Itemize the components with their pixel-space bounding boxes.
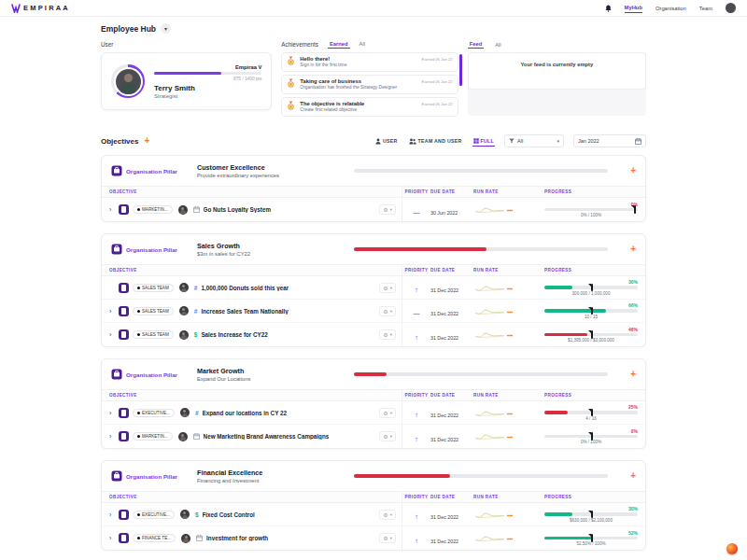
expand-chevron-icon[interactable]: › xyxy=(109,410,115,416)
tab-feed-all[interactable]: All xyxy=(493,41,502,49)
progress-slider[interactable] xyxy=(544,333,638,337)
objective-title[interactable]: Fixed Cost Control xyxy=(203,511,255,518)
due-date: 30 Jun 2022 xyxy=(430,210,458,216)
row-settings-button[interactable]: ⚙▾ xyxy=(379,408,396,418)
team-tag[interactable]: MARKETIN... xyxy=(133,205,173,214)
progress-slider[interactable] xyxy=(544,537,638,540)
view-toggle-full[interactable]: FULL xyxy=(472,136,495,147)
pillar-badge[interactable]: Organisation Pillar xyxy=(111,244,190,255)
add-objective-to-pillar-button[interactable]: + xyxy=(630,167,636,175)
objective-title[interactable]: 1,000,000 Donuts sold this year xyxy=(201,285,289,291)
user-role: Strategist xyxy=(154,93,261,99)
progress-slider[interactable] xyxy=(544,512,638,516)
progress-slider[interactable] xyxy=(544,309,638,313)
team-tag[interactable]: EXECUTIVE... xyxy=(133,511,175,519)
user-avatar[interactable] xyxy=(116,69,141,94)
progress-marker-handle[interactable] xyxy=(591,409,593,417)
objective-title[interactable]: Investment for growth xyxy=(206,535,268,541)
row-settings-button[interactable]: ⚙▾ xyxy=(379,431,396,441)
objective-title[interactable]: Sales Increase for CY22 xyxy=(201,331,267,338)
expand-chevron-icon[interactable]: › xyxy=(109,308,115,315)
owner-avatar[interactable] xyxy=(180,510,190,519)
tab-feed[interactable]: Feed xyxy=(468,40,485,49)
expand-chevron-icon[interactable]: › xyxy=(109,206,115,213)
calendar-icon xyxy=(196,535,203,541)
achievements-tab-earned[interactable]: Earned xyxy=(328,40,350,49)
team-tag[interactable]: SALES TEAM xyxy=(133,307,174,315)
expand-chevron-icon[interactable]: › xyxy=(109,433,115,440)
tag-dot xyxy=(137,537,140,539)
progress-slider[interactable] xyxy=(544,411,638,414)
progress-marker-handle[interactable] xyxy=(591,330,593,339)
filter-dropdown[interactable]: All ▾ xyxy=(504,134,564,147)
team-tag[interactable]: SALES TEAM xyxy=(133,284,174,292)
progress-marker-handle[interactable] xyxy=(591,534,593,542)
achievements-tab-all[interactable]: All xyxy=(358,40,367,49)
objective-title[interactable]: New Marketing Brand Awareness Campaigns xyxy=(204,433,330,440)
add-objective-to-pillar-button[interactable]: + xyxy=(630,371,636,378)
progress-slider[interactable] xyxy=(544,286,638,289)
nav-organisation[interactable]: Organisation xyxy=(655,4,686,13)
topbar-avatar[interactable] xyxy=(726,3,736,13)
expand-chevron-icon[interactable]: › xyxy=(109,535,115,541)
chevron-down-icon[interactable]: ▾ xyxy=(161,23,171,34)
expand-chevron-icon[interactable]: › xyxy=(109,331,115,338)
pillar-card: Organisation Pillar Customer Excellence … xyxy=(101,155,646,222)
nav-myhub[interactable]: MyHub xyxy=(625,3,642,13)
header-priority: PRIORITY xyxy=(402,495,430,499)
owner-avatar[interactable] xyxy=(179,330,189,340)
team-tag[interactable]: EXECUTIVE... xyxy=(133,409,175,417)
pillar-card: Organisation Pillar Sales Growth $3m in … xyxy=(101,233,646,347)
objective-title[interactable]: Go Nuts Loyalty System xyxy=(204,206,271,213)
run-rate-sparkline xyxy=(473,510,514,520)
date-picker[interactable]: Jan 2022 xyxy=(573,134,646,147)
owner-avatar[interactable] xyxy=(178,432,188,441)
achievement-item[interactable]: Taking care of business Organisation has… xyxy=(281,75,458,94)
owner-avatar[interactable] xyxy=(178,205,188,215)
row-settings-button[interactable]: ⚙▾ xyxy=(379,510,396,520)
progress-marker-handle[interactable] xyxy=(591,511,593,519)
row-settings-button[interactable]: ⚙▾ xyxy=(379,283,396,293)
pillar-badge[interactable]: Organisation Pillar xyxy=(111,369,190,380)
objectives-title: Objectives xyxy=(101,137,138,146)
owner-avatar[interactable] xyxy=(180,408,190,417)
team-tag[interactable]: MARKETIN... xyxy=(133,432,173,441)
progress-marker-handle[interactable] xyxy=(634,205,636,214)
run-rate-sparkline xyxy=(473,204,514,215)
scrollbar[interactable] xyxy=(459,54,462,86)
progress-marker-handle[interactable] xyxy=(591,432,593,441)
progress-marker-handle[interactable] xyxy=(591,307,593,315)
row-settings-button[interactable]: ⚙▾ xyxy=(379,204,396,215)
objective-title[interactable]: Increase Sales Team Nationally xyxy=(201,308,288,315)
progress-slider[interactable] xyxy=(544,435,638,439)
bell-icon[interactable] xyxy=(605,5,612,12)
view-toggle-user[interactable]: USER xyxy=(374,136,399,147)
row-settings-button[interactable]: ⚙▾ xyxy=(379,306,396,316)
objective-title[interactable]: Expand our locations in CY 22 xyxy=(203,410,288,416)
team-tag[interactable]: FINANCE TE... xyxy=(133,534,176,542)
owner-avatar[interactable] xyxy=(179,306,189,315)
chat-widget-button[interactable] xyxy=(726,543,738,554)
view-toggle-team-and-user[interactable]: TEAM AND USER xyxy=(408,136,463,147)
owner-avatar[interactable] xyxy=(179,283,189,292)
progress-slider[interactable] xyxy=(544,208,638,212)
pillar-badge[interactable]: Organisation Pillar xyxy=(111,165,190,176)
add-objective-to-pillar-button[interactable]: + xyxy=(630,472,636,480)
objective-row: › SALES TEAM $ Sales Increase for CY22 ⚙… xyxy=(102,323,645,346)
pillar-badge[interactable]: Organisation Pillar xyxy=(111,470,190,482)
achievement-item[interactable]: Hello there! Sign in for the first time … xyxy=(281,52,458,72)
topbar-nav: MyHubOrganisationTeam xyxy=(605,3,736,13)
add-objective-to-pillar-button[interactable]: + xyxy=(630,245,636,253)
add-objective-button[interactable]: + xyxy=(144,137,149,145)
nav-team[interactable]: Team xyxy=(699,4,712,13)
progress-marker-handle[interactable] xyxy=(591,284,593,292)
team-tag[interactable]: SALES TEAM xyxy=(133,330,174,339)
row-settings-button[interactable]: ⚙▾ xyxy=(379,329,396,340)
hub-selector[interactable]: Employee Hub ▾ xyxy=(101,23,646,34)
achievement-item[interactable]: The objective is relatable Create first … xyxy=(281,97,458,117)
empiraa-logo[interactable]: EMPIRAA xyxy=(11,4,70,13)
row-settings-button[interactable]: ⚙▾ xyxy=(379,533,396,543)
dollar-icon: $ xyxy=(195,511,199,518)
owner-avatar[interactable] xyxy=(181,534,190,543)
expand-chevron-icon[interactable]: › xyxy=(109,511,115,518)
